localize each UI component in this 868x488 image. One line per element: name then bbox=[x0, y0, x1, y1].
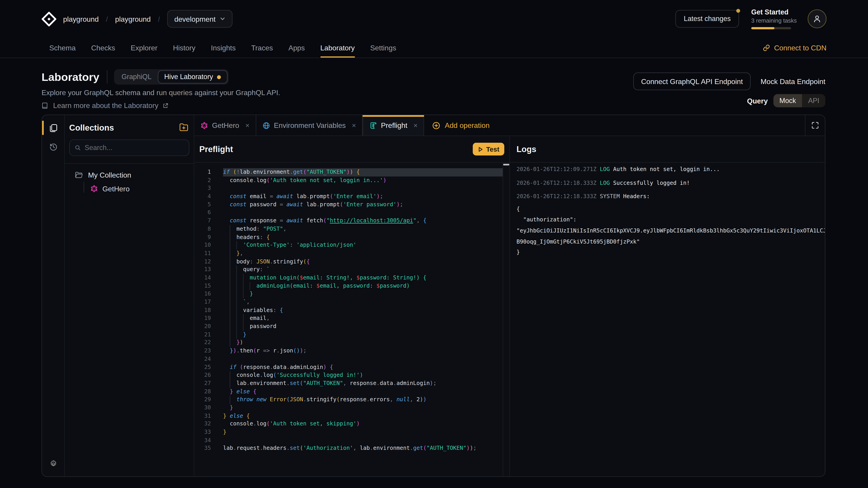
breadcrumb-project[interactable]: playground bbox=[115, 15, 151, 23]
new-collection-button[interactable] bbox=[179, 123, 189, 132]
operation-label: GetHero bbox=[102, 185, 129, 193]
code-line-6[interactable]: 6 bbox=[194, 209, 509, 217]
graphql-icon bbox=[200, 122, 208, 129]
collections-search[interactable] bbox=[69, 139, 189, 156]
code-line-2[interactable]: 2 console.log('Auth token not set, loggi… bbox=[194, 176, 509, 184]
code-line-15[interactable]: 15 adminLogin(email: $email, password: $… bbox=[194, 282, 509, 290]
tab-close-icon[interactable]: × bbox=[245, 121, 250, 129]
breadcrumb-org[interactable]: playground bbox=[63, 15, 99, 23]
collection-folder[interactable]: My Collection bbox=[69, 170, 189, 180]
editor-scrollbar-thumb[interactable] bbox=[503, 164, 509, 166]
connect-to-cdn-link[interactable]: Connect to CDN bbox=[763, 38, 827, 58]
collections-title: Collections bbox=[69, 123, 114, 132]
code-line-19[interactable]: 19 email, bbox=[194, 315, 509, 323]
nav-item-apps[interactable]: Apps bbox=[288, 38, 305, 58]
nav-item-laboratory[interactable]: Laboratory bbox=[320, 38, 355, 58]
code-line-33[interactable]: 33} bbox=[194, 428, 509, 436]
line-number: 15 bbox=[194, 282, 211, 290]
target-selector[interactable]: development bbox=[167, 10, 232, 28]
log-detail-line: "eyJhbGciOiJIUzI1NiIsInR5cCI6IkpXVCJ9.ey… bbox=[517, 225, 825, 236]
search-input[interactable] bbox=[85, 144, 184, 152]
code-line-30[interactable]: 30 } bbox=[194, 404, 509, 412]
line-number: 24 bbox=[194, 355, 211, 363]
fullscreen-button[interactable] bbox=[805, 115, 825, 135]
code-line-17[interactable]: 17 `, bbox=[194, 298, 509, 306]
code-line-12[interactable]: 12 body: JSON.stringify({ bbox=[194, 258, 509, 266]
tab-environment-variables[interactable]: Environment Variables× bbox=[256, 115, 363, 135]
tab-label: GetHero bbox=[212, 121, 239, 129]
tab-preflight[interactable]: Preflight× bbox=[363, 115, 424, 135]
logs-body[interactable]: 2026-01-26T12:12:09.271Z LOG Auth token … bbox=[510, 163, 825, 477]
test-button[interactable]: Test bbox=[473, 143, 504, 156]
nav-item-explorer[interactable]: Explorer bbox=[131, 38, 158, 58]
mode-graphiql[interactable]: GraphiQL bbox=[116, 70, 158, 84]
code-line-23[interactable]: 23 }).then(r => r.json()); bbox=[194, 347, 509, 355]
code-line-31[interactable]: 31} else { bbox=[194, 412, 509, 420]
code-line-25[interactable]: 25 if (response.data.adminLogin) { bbox=[194, 363, 509, 371]
line-number: 28 bbox=[194, 388, 211, 396]
code-line-14[interactable]: 14 mutation Login($email: String!, $pass… bbox=[194, 274, 509, 282]
code-line-1[interactable]: 1if (!lab.environment.get("AUTH_TOKEN"))… bbox=[194, 168, 509, 176]
get-started-widget[interactable]: Get Started 3 remaining tasks bbox=[751, 8, 796, 29]
hive-logo-icon[interactable] bbox=[41, 11, 57, 26]
code-line-7[interactable]: 7 const response = await fetch("http://l… bbox=[194, 217, 509, 225]
collection-operation-gethero[interactable]: GetHero bbox=[83, 184, 189, 194]
line-number: 26 bbox=[194, 371, 211, 380]
code-line-5[interactable]: 5 const password = await lab.prompt('Ent… bbox=[194, 201, 509, 209]
mode-hive-laboratory-label: Hive Laboratory bbox=[164, 73, 213, 80]
learn-more-link[interactable]: Learn more about the Laboratory bbox=[41, 101, 168, 109]
code-line-8[interactable]: 8 method: "POST", bbox=[194, 225, 509, 233]
latest-changes-button[interactable]: Latest changes bbox=[675, 10, 739, 28]
indent-guide bbox=[237, 323, 243, 331]
mock-endpoint-button[interactable]: Mock Data Endpoint bbox=[761, 77, 826, 86]
code-line-21[interactable]: 21 } bbox=[194, 331, 509, 339]
code-line-34[interactable]: 34 bbox=[194, 436, 509, 445]
history-strip-button[interactable] bbox=[42, 137, 65, 156]
nav-item-schema[interactable]: Schema bbox=[49, 38, 76, 58]
nav-item-history[interactable]: History bbox=[173, 38, 195, 58]
collections-strip-button[interactable] bbox=[42, 119, 65, 137]
nav-item-settings[interactable]: Settings bbox=[370, 38, 396, 58]
code-line-22[interactable]: 22 }) bbox=[194, 339, 509, 347]
query-mode-mock[interactable]: Mock bbox=[773, 94, 802, 107]
code-editor[interactable]: 1if (!lab.environment.get("AUTH_TOKEN"))… bbox=[194, 163, 509, 477]
code-line-29[interactable]: 29 throw new Error(JSON.stringify(respon… bbox=[194, 396, 509, 404]
connect-endpoint-button[interactable]: Connect GraphQL API Endpoint bbox=[633, 72, 751, 90]
code-line-11[interactable]: 11 }, bbox=[194, 250, 509, 258]
code-line-35[interactable]: 35lab.request.headers.set('Authorization… bbox=[194, 445, 509, 453]
app-header: playground / playground / development La… bbox=[0, 0, 868, 38]
code-line-content: }) bbox=[223, 339, 503, 347]
code-line-13[interactable]: 13 query: ` bbox=[194, 266, 509, 274]
mode-hive-laboratory[interactable]: Hive Laboratory bbox=[158, 70, 227, 84]
code-line-26[interactable]: 26 console.log('Successfully logged in!'… bbox=[194, 371, 509, 380]
code-line-3[interactable]: 3 bbox=[194, 184, 509, 193]
code-line-24[interactable]: 24 bbox=[194, 355, 509, 363]
code-line-18[interactable]: 18 variables: { bbox=[194, 306, 509, 315]
code-line-content: } else { bbox=[223, 388, 503, 396]
code-line-32[interactable]: 32 console.log('Auth token set, skipping… bbox=[194, 420, 509, 428]
code-line-27[interactable]: 27 lab.environment.set("AUTH_TOKEN", res… bbox=[194, 380, 509, 388]
code-line-9[interactable]: 9 headers: { bbox=[194, 233, 509, 241]
code-line-content: `, bbox=[223, 298, 503, 306]
add-operation-button[interactable]: Add operation bbox=[433, 115, 490, 135]
nav-item-insights[interactable]: Insights bbox=[211, 38, 236, 58]
query-mode-api[interactable]: API bbox=[802, 94, 825, 107]
code-line-content: console.log('Successfully logged in!') bbox=[223, 371, 503, 380]
code-line-content: lab.environment.set("AUTH_TOKEN", respon… bbox=[223, 380, 503, 388]
tab-close-icon[interactable]: × bbox=[352, 121, 356, 129]
code-line-28[interactable]: 28 } else { bbox=[194, 388, 509, 396]
indent-guide bbox=[237, 282, 243, 290]
avatar[interactable] bbox=[808, 9, 827, 28]
tab-bar: GetHero×Environment Variables×Preflight×… bbox=[194, 115, 825, 136]
nav-item-traces[interactable]: Traces bbox=[251, 38, 273, 58]
tab-gethero[interactable]: GetHero× bbox=[194, 115, 256, 135]
tab-close-icon[interactable]: × bbox=[413, 121, 418, 129]
settings-strip-button[interactable] bbox=[42, 455, 65, 472]
nav-item-checks[interactable]: Checks bbox=[91, 38, 115, 58]
code-line-16[interactable]: 16 } bbox=[194, 290, 509, 298]
tab-label: Preflight bbox=[381, 121, 407, 129]
code-line-10[interactable]: 10 'Content-Type': 'application/json' bbox=[194, 241, 509, 250]
code-line-4[interactable]: 4 const email = await lab.prompt('Enter … bbox=[194, 193, 509, 201]
code-line-20[interactable]: 20 password bbox=[194, 323, 509, 331]
indent-guide bbox=[230, 233, 236, 241]
